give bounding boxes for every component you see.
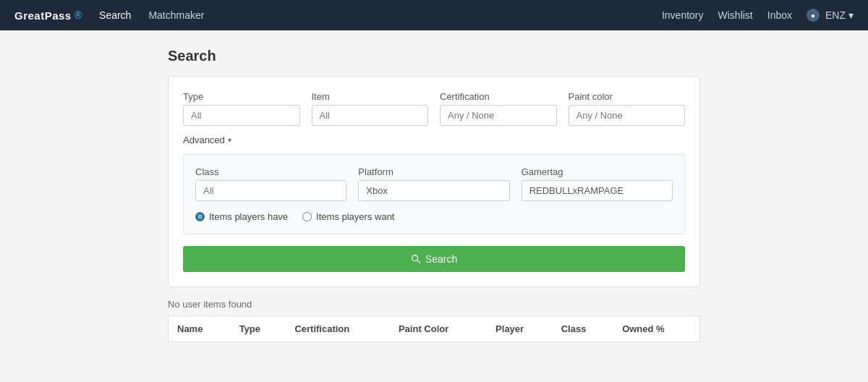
class-filter-group: Class (195, 166, 346, 201)
svg-line-1 (417, 260, 420, 263)
certification-label: Certification (440, 91, 557, 102)
results-header-row: Name Type Certification Paint Color Play… (169, 316, 700, 342)
type-input[interactable] (183, 105, 300, 126)
platform-label: Platform (358, 166, 509, 177)
brand-registered-icon: ® (75, 9, 82, 21)
radio-want-input[interactable] (302, 212, 312, 221)
results-table: Name Type Certification Paint Color Play… (168, 315, 700, 342)
no-results-message: No user items found (168, 299, 700, 310)
advanced-filter-row: Class Platform Gamertag (195, 166, 673, 201)
search-card: Type Item Certification Paint color Adva… (168, 76, 700, 287)
class-input[interactable] (195, 180, 346, 201)
page-title: Search (168, 48, 700, 64)
radio-want-text: Items players want (316, 211, 394, 222)
user-avatar-icon: ● (807, 9, 820, 22)
radio-want-label[interactable]: Items players want (302, 211, 394, 222)
nav-inbox[interactable]: Inbox (767, 9, 792, 21)
gamertag-input[interactable] (522, 180, 673, 201)
radio-have-text: Items players have (209, 211, 288, 222)
platform-filter-group: Platform (358, 166, 509, 201)
item-input[interactable] (312, 105, 429, 126)
search-icon (411, 254, 421, 264)
advanced-toggle[interactable]: Advanced ▾ (183, 135, 685, 145)
type-label: Type (183, 91, 300, 102)
svg-point-0 (412, 255, 418, 261)
brand-name: GreatPass (14, 9, 72, 22)
paint-color-filter-group: Paint color (569, 91, 686, 126)
radio-have-input[interactable] (195, 212, 205, 221)
advanced-section: Class Platform Gamertag Items players ha… (183, 154, 685, 234)
item-label: Item (312, 91, 429, 102)
certification-filter-group: Certification (440, 91, 557, 126)
search-button[interactable]: Search (183, 246, 685, 272)
type-filter-group: Type (183, 91, 300, 126)
nav-matchmaker[interactable]: Matchmaker (148, 9, 204, 21)
gamertag-filter-group: Gamertag (522, 166, 673, 201)
results-table-header: Name Type Certification Paint Color Play… (169, 316, 700, 342)
item-filter-group: Item (312, 91, 429, 126)
nav-wishlist[interactable]: Wishlist (718, 9, 753, 21)
certification-input[interactable] (440, 105, 557, 126)
col-player: Player (487, 316, 553, 342)
navbar: GreatPass ® Search Matchmaker Inventory … (0, 0, 868, 30)
col-class: Class (553, 316, 613, 342)
gamertag-label: Gamertag (522, 166, 673, 177)
paint-color-input[interactable] (569, 105, 686, 126)
nav-search[interactable]: Search (99, 9, 131, 21)
col-type: Type (231, 316, 286, 342)
navbar-left: GreatPass ® Search Matchmaker (14, 9, 204, 22)
brand-logo[interactable]: GreatPass ® (14, 9, 82, 22)
paint-color-label: Paint color (569, 91, 686, 102)
user-menu-label: ENZ (825, 9, 846, 21)
col-owned-pct: Owned % (613, 316, 699, 342)
radio-group: Items players have Items players want (195, 211, 673, 222)
radio-have-label[interactable]: Items players have (195, 211, 288, 222)
search-button-label: Search (425, 253, 457, 265)
navbar-right: Inventory Wishlist Inbox ● ENZ ▾ (662, 9, 854, 22)
col-paint-color: Paint Color (390, 316, 487, 342)
primary-filter-row: Type Item Certification Paint color (183, 91, 685, 126)
advanced-toggle-label: Advanced (183, 135, 225, 145)
user-menu[interactable]: ● ENZ ▾ (807, 9, 854, 22)
platform-input[interactable] (358, 180, 509, 201)
class-label: Class (195, 166, 346, 177)
advanced-chevron-icon: ▾ (228, 136, 231, 144)
user-menu-chevron-icon: ▾ (848, 9, 854, 21)
col-name: Name (169, 316, 231, 342)
nav-inventory[interactable]: Inventory (662, 9, 704, 21)
col-certification: Certification (286, 316, 390, 342)
main-content: Search Type Item Certification Paint col… (0, 30, 868, 360)
